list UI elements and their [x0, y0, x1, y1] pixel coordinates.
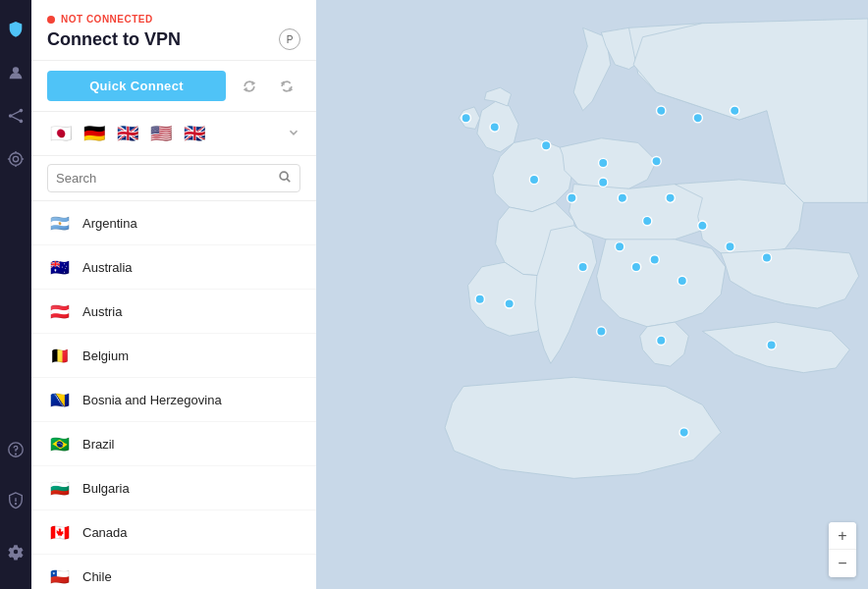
redo-button[interactable]: [273, 73, 300, 100]
country-item-belgium[interactable]: 🇧🇪Belgium: [31, 334, 316, 378]
map-dot-ukraine: [762, 253, 771, 262]
country-flag: 🇧🇷: [47, 431, 73, 456]
map-dot-portugal: [475, 294, 484, 303]
svg-point-17: [280, 172, 288, 180]
map-dot-greece: [657, 336, 666, 345]
status-text: NOT CONNECTED: [61, 14, 153, 25]
map-dot-switzerland: [568, 193, 576, 202]
country-name: Brazil: [82, 437, 115, 452]
map-dot-north-africa: [679, 428, 688, 437]
map-dot-bosnia: [631, 262, 640, 271]
quick-connect-row: Quick Connect: [31, 61, 316, 112]
country-flag: 🇦🇹: [47, 298, 73, 324]
map-dot-austria: [618, 193, 626, 202]
country-name: Austria: [82, 304, 122, 319]
map-dot-slovakia: [666, 193, 675, 202]
map-dot-uk: [490, 123, 499, 132]
map-dot-russia: [731, 106, 739, 115]
country-flag: 🇧🇪: [47, 343, 73, 368]
flag-uk[interactable]: 🇬🇧: [114, 120, 141, 147]
country-flag: 🇨🇱: [47, 563, 73, 589]
zoom-out-button[interactable]: −: [829, 550, 856, 577]
country-flag: 🇧🇦: [47, 387, 73, 412]
country-list: 🇦🇷Argentina🇦🇺Australia🇦🇹Austria🇧🇪Belgium…: [31, 201, 316, 589]
sidebar-icon-shield-warning[interactable]: [0, 483, 31, 518]
map-dot-italy-south: [597, 327, 606, 336]
flags-expand-button[interactable]: [287, 126, 300, 142]
map-dot-serbia: [650, 255, 659, 264]
connect-row: Connect to VPN P: [47, 28, 300, 50]
sidebar-icon-target[interactable]: [0, 141, 31, 177]
country-item-argentina[interactable]: 🇦🇷Argentina: [31, 201, 316, 245]
country-flag: 🇨🇦: [47, 519, 73, 545]
connect-title: Connect to VPN: [47, 29, 181, 50]
country-name: Australia: [82, 260, 133, 275]
svg-point-6: [10, 153, 23, 166]
status-row: NOT CONNECTED: [47, 14, 300, 25]
country-name: Argentina: [82, 216, 137, 231]
map-dot-latvia: [693, 113, 702, 122]
map-dot-france: [529, 175, 538, 184]
country-item-austria[interactable]: 🇦🇹Austria: [31, 290, 316, 334]
flag-japan[interactable]: 🇯🇵: [47, 120, 75, 147]
search-input[interactable]: [56, 171, 272, 186]
country-flag: 🇦🇺: [47, 254, 73, 280]
sidebar-icon-user[interactable]: [0, 55, 31, 90]
main-panel: NOT CONNECTED Connect to VPN P Quick Con…: [31, 0, 316, 589]
country-name: Belgium: [82, 348, 129, 363]
search-row: [31, 156, 316, 201]
map-dot-moldova: [726, 242, 734, 251]
map-dot-bulgaria: [678, 276, 686, 285]
svg-line-5: [11, 116, 22, 121]
map-area: + −: [316, 0, 868, 589]
map-dot-croatia: [615, 242, 624, 251]
zoom-in-button[interactable]: +: [829, 522, 856, 550]
map-dot-czech: [599, 178, 608, 187]
svg-point-7: [13, 156, 18, 161]
svg-line-18: [287, 179, 290, 182]
country-item-brazil[interactable]: 🇧🇷Brazil: [31, 422, 316, 466]
map-dot-romania: [698, 221, 707, 230]
country-name: Bosnia and Herzegovina: [82, 393, 222, 407]
country-flag: 🇦🇷: [47, 210, 73, 236]
sidebar-bottom: [0, 432, 31, 577]
svg-point-13: [16, 454, 17, 455]
refresh-button[interactable]: [236, 73, 263, 100]
map-dot-spain: [505, 299, 514, 308]
flag-uk2[interactable]: 🇬🇧: [181, 120, 208, 147]
sidebar-icon-settings[interactable]: [0, 534, 31, 569]
svg-line-4: [11, 111, 22, 116]
map-dot-hungary: [643, 216, 652, 225]
country-item-australia[interactable]: 🇦🇺Australia: [31, 245, 316, 290]
search-icon[interactable]: [278, 170, 292, 187]
sidebar-icon-help[interactable]: [0, 432, 31, 467]
map-dot-poland: [652, 157, 661, 166]
status-dot: [47, 16, 55, 24]
map-dot-netherlands: [541, 141, 550, 150]
pin-button[interactable]: P: [279, 28, 300, 50]
map-dot-italy: [578, 262, 587, 271]
flag-germany[interactable]: 🇩🇪: [81, 120, 108, 147]
zoom-controls: + −: [829, 522, 856, 577]
country-item-bosnia-and-herzegovina[interactable]: 🇧🇦Bosnia and Herzegovina: [31, 378, 316, 422]
map-dot-germany: [599, 158, 608, 167]
svg-point-16: [14, 550, 19, 555]
flag-us[interactable]: 🇺🇸: [147, 120, 175, 147]
country-name: Bulgaria: [82, 481, 130, 496]
country-name: Canada: [82, 525, 128, 540]
country-name: Chile: [82, 569, 112, 584]
quick-connect-button[interactable]: Quick Connect: [47, 71, 226, 101]
country-item-chile[interactable]: 🇨🇱Chile: [31, 555, 316, 589]
sidebar-icon-share[interactable]: [0, 98, 31, 134]
map-dot-turkey: [767, 341, 776, 349]
search-wrap: [47, 164, 300, 192]
flags-row: 🇯🇵 🇩🇪 🇬🇧 🇺🇸 🇬🇧: [31, 112, 316, 156]
sidebar-icon-shield[interactable]: [0, 12, 31, 47]
left-sidebar: [0, 0, 31, 589]
map-dot-ireland: [461, 113, 470, 122]
panel-header: NOT CONNECTED Connect to VPN P: [31, 0, 316, 61]
map-dot-baltic: [657, 106, 666, 115]
country-item-canada[interactable]: 🇨🇦Canada: [31, 510, 316, 555]
country-flag: 🇧🇬: [47, 475, 73, 501]
country-item-bulgaria[interactable]: 🇧🇬Bulgaria: [31, 466, 316, 510]
